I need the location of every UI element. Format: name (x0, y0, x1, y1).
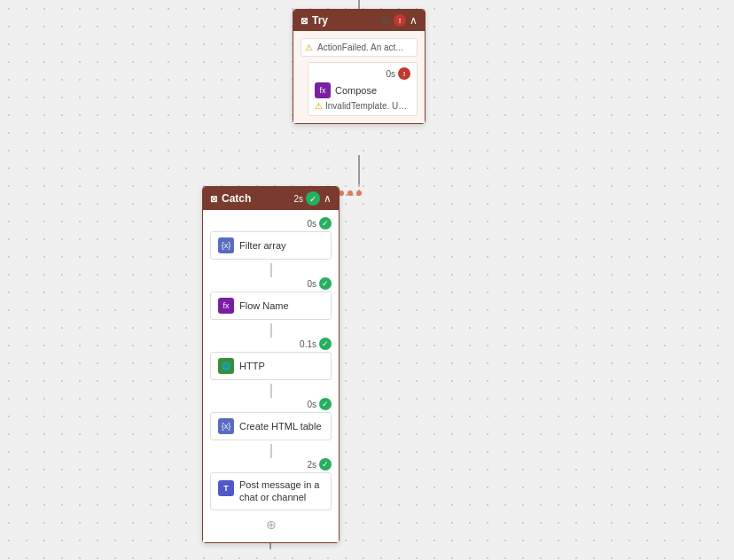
catch-title: Catch (222, 192, 251, 205)
step-flow-name-wrapper: 0s ✓ fx Flow Name (210, 277, 332, 320)
connector-4 (270, 444, 272, 458)
post-message-success: ✓ (319, 458, 332, 471)
flow-name-success: ✓ (319, 277, 332, 290)
http-step[interactable]: 🌐 HTTP (210, 352, 332, 380)
compose-timer: 0s (386, 69, 395, 79)
expand-icon: ⊕ (266, 517, 277, 532)
try-error-text: ActionFailed. An act... (317, 43, 403, 52)
catch-body: 0s ✓ {x} Filter array 0s ✓ (203, 210, 339, 542)
try-block: ⊠ Try 0s ! ∧ ⚠ ActionFailed. An act... (293, 9, 426, 124)
try-collapse-button[interactable]: ∧ (410, 14, 418, 27)
try-body: ⚠ ActionFailed. An act... 0s ! fx Compos… (293, 31, 425, 123)
step-http-wrapper: 0.1s ✓ 🌐 HTTP (210, 338, 332, 380)
compose-action[interactable]: 0s ! fx Compose ⚠ InvalidTemplate. Unabl… (308, 62, 418, 116)
create-html-table-label: Create HTML table (239, 421, 322, 432)
post-message-badge-row: 2s ✓ (210, 458, 332, 471)
step-filter-array-wrapper: 0s ✓ {x} Filter array (210, 217, 332, 260)
connector-3 (270, 384, 272, 398)
flow-name-label: Flow Name (239, 300, 289, 311)
catch-collapse-button[interactable]: ∧ (324, 192, 332, 205)
create-html-table-icon: {x} (218, 418, 234, 434)
try-header: ⊠ Try 0s ! ∧ (293, 10, 425, 31)
http-icon: 🌐 (218, 358, 234, 374)
try-action-failed-item[interactable]: ⚠ ActionFailed. An act... (301, 38, 418, 57)
connector-2 (270, 323, 272, 338)
step-create-html-table-wrapper: 0s ✓ {x} Create HTML table (210, 398, 332, 440)
catch-success-indicator: ✓ (306, 191, 320, 206)
compose-error-dot: ! (398, 67, 410, 80)
post-message-label: Post message in a chat or channel (239, 478, 324, 504)
filter-array-badge-row: 0s ✓ (210, 217, 332, 229)
create-html-table-timer: 0s (307, 400, 316, 409)
svg-point-5 (356, 191, 362, 196)
catch-timer: 2s (293, 194, 303, 204)
compose-warning-icon: ⚠ (315, 101, 323, 111)
http-success: ✓ (319, 338, 332, 350)
create-html-table-badge-row: 0s ✓ (210, 398, 332, 410)
catch-expand-bottom[interactable]: ⊕ (210, 514, 332, 535)
http-badge-row: 0.1s ✓ (210, 338, 332, 350)
step-post-message-wrapper: 2s ✓ T Post message in a chat or channel (210, 458, 332, 510)
post-message-timer: 2s (307, 460, 316, 470)
flow-name-step[interactable]: fx Flow Name (210, 292, 332, 320)
compose-error-text: InvalidTemplate. Unable to ... (325, 101, 410, 111)
flow-name-icon: fx (218, 298, 234, 314)
try-timer-badge: 0s ! (381, 14, 406, 27)
try-warning-icon: ⚠ (305, 43, 313, 52)
flow-name-badge-row: 0s ✓ (210, 277, 332, 290)
catch-header: ⊠ Catch 2s ✓ ∧ (203, 187, 339, 210)
post-message-step[interactable]: T Post message in a chat or channel (210, 472, 332, 510)
try-error-indicator: ! (394, 14, 406, 27)
catch-header-icon: ⊠ (210, 194, 217, 204)
filter-array-timer: 0s (307, 219, 316, 229)
compose-header: fx Compose (315, 82, 410, 98)
catch-block: ⊠ Catch 2s ✓ ∧ 0s ✓ {x} (202, 186, 340, 543)
flow-name-timer: 0s (307, 279, 316, 289)
create-html-table-success: ✓ (319, 398, 332, 410)
filter-array-label: Filter array (239, 240, 286, 251)
filter-array-success: ✓ (319, 217, 332, 229)
create-html-table-step[interactable]: {x} Create HTML table (210, 412, 332, 440)
post-message-icon: T (218, 480, 234, 496)
compose-title: Compose (335, 85, 377, 96)
try-title: Try (312, 14, 328, 27)
connector-1 (270, 263, 272, 277)
filter-array-icon: {x} (218, 237, 234, 253)
compose-icon: fx (315, 82, 331, 98)
svg-point-6 (347, 191, 353, 196)
try-header-icon: ⊠ (301, 16, 308, 26)
http-timer: 0.1s (300, 339, 316, 349)
filter-array-step[interactable]: {x} Filter array (210, 231, 332, 260)
http-label: HTTP (239, 361, 265, 371)
